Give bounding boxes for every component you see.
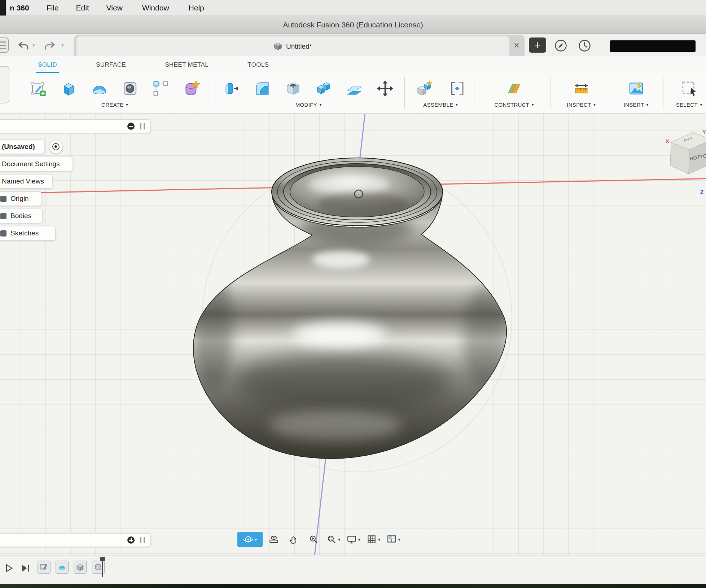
grid-settings-button[interactable]: ▾ — [365, 532, 382, 547]
fusion360-window: n 360 File Edit View Window Help Autodes… — [0, 0, 706, 588]
comments-panel-header[interactable] — [0, 533, 151, 547]
clock-icon — [578, 39, 591, 52]
menu-item-view[interactable]: View — [106, 4, 123, 12]
browser-row-sketches[interactable]: Sketches — [0, 226, 56, 240]
extrude-button[interactable] — [59, 79, 79, 98]
inspect-group: INSPECT▾ — [566, 73, 596, 114]
data-panel-edge[interactable] — [0, 66, 9, 103]
inspect-caret-icon: ▾ — [593, 103, 595, 107]
combine-button[interactable] — [314, 79, 334, 98]
timeline-position-marker[interactable] — [102, 557, 103, 577]
viewport-navigation-bar: ▾ — [237, 531, 402, 548]
active-document-radio[interactable] — [49, 140, 63, 154]
timeline-sketch-feature[interactable] — [38, 561, 51, 574]
ribbon-tab-sheet-metal[interactable]: SHEET METAL — [163, 61, 210, 73]
zoom-button[interactable] — [305, 532, 322, 547]
move-copy-button[interactable] — [376, 79, 395, 98]
menu-item-window[interactable]: Window — [142, 4, 169, 12]
select-group-label[interactable]: SELECT▾ — [672, 102, 706, 108]
timeline-revolve-feature[interactable] — [56, 561, 69, 574]
tab-close-button[interactable]: × — [510, 39, 523, 52]
document-tab[interactable]: Untitled* — [76, 36, 509, 56]
browser-row-unsaved[interactable]: (Unsaved) — [0, 140, 44, 154]
view-cube[interactable]: BACK BOTTOM X Y Z — [666, 127, 706, 199]
save-button[interactable] — [0, 37, 9, 53]
visibility-icon[interactable] — [0, 196, 6, 202]
joint-button[interactable] — [447, 79, 467, 98]
insert-group-label[interactable]: INSERT▾ — [621, 102, 651, 108]
collapse-minus-icon[interactable] — [127, 123, 135, 130]
hole-button[interactable] — [120, 79, 140, 98]
undo-button[interactable] — [16, 38, 31, 53]
document-cube-icon — [274, 42, 282, 50]
new-component-button[interactable] — [414, 79, 434, 98]
new-tab-button[interactable]: + — [529, 37, 546, 53]
modify-group-label[interactable]: MODIFY▾ — [218, 102, 399, 108]
viewports-button[interactable]: ▾ — [385, 532, 403, 547]
orbit-button[interactable]: ▾ — [237, 532, 263, 547]
orbit-dropdown[interactable]: ▾ — [255, 537, 257, 542]
document-toolbar: ▾ ▾ Untitled* × + — [0, 34, 706, 56]
origin-point[interactable] — [355, 190, 363, 198]
display-settings-dropdown[interactable]: ▾ — [358, 537, 361, 542]
viewport-3d[interactable]: BACK BOTTOM X Y Z (Unsaved) Document Set… — [0, 114, 706, 588]
ribbon-tab-surface[interactable]: SURFACE — [94, 61, 128, 73]
look-at-button[interactable] — [265, 532, 282, 547]
viewports-dropdown[interactable]: ▾ — [398, 537, 401, 542]
redo-button[interactable] — [43, 38, 57, 53]
document-tab-bar: Untitled* × — [74, 35, 525, 56]
insert-canvas-button[interactable] — [626, 79, 646, 98]
browser-panel-header[interactable] — [0, 119, 151, 133]
browser-row-bodies[interactable]: Bodies — [0, 209, 43, 223]
press-pull-button[interactable] — [222, 79, 242, 98]
revolve-button[interactable] — [90, 79, 109, 98]
menu-item-edit[interactable]: Edit — [76, 4, 89, 12]
measure-button[interactable] — [571, 79, 591, 98]
app-menu-label[interactable]: n 360 — [10, 4, 29, 12]
browser-row-origin[interactable]: Origin — [0, 191, 42, 206]
visibility-icon[interactable] — [0, 213, 6, 219]
fillet-button[interactable] — [253, 79, 272, 98]
panel-grip-icon[interactable] — [140, 123, 145, 129]
job-status-button[interactable] — [577, 38, 592, 53]
box-feature-icon — [76, 563, 84, 571]
select-button[interactable] — [679, 79, 699, 98]
construct-group-label[interactable]: CONSTRUCT▾ — [499, 102, 529, 108]
browser-row-named-views[interactable]: Named Views — [0, 174, 53, 189]
vase-model[interactable] — [180, 151, 523, 476]
extensions-button[interactable] — [553, 38, 568, 53]
app-icon[interactable] — [0, 0, 6, 16]
visibility-icon[interactable] — [0, 230, 6, 236]
create-group-label[interactable]: CREATE▾ — [26, 102, 203, 108]
timeline-box-feature[interactable] — [74, 561, 87, 574]
expand-plus-icon[interactable] — [127, 536, 135, 544]
user-account-name-redacted[interactable] — [610, 40, 696, 52]
ribbon-tab-tools[interactable]: TOOLS — [246, 61, 271, 73]
play-button[interactable] — [4, 563, 14, 573]
redo-dropdown[interactable]: ▾ — [61, 43, 64, 48]
menu-item-file[interactable]: File — [47, 4, 59, 12]
create-sketch-button[interactable] — [28, 79, 48, 98]
pan-hand-icon — [289, 534, 299, 544]
assemble-group-label[interactable]: ASSEMBLE▾ — [409, 102, 472, 108]
fit-dropdown[interactable]: ▾ — [338, 537, 341, 542]
display-settings-button[interactable]: ▾ — [345, 532, 363, 547]
shell-button[interactable] — [284, 79, 303, 98]
window-title: Autodesk Fusion 360 (Education License) — [283, 21, 423, 29]
radio-icon — [52, 143, 60, 150]
ribbon-tab-solid[interactable]: SOLID — [36, 61, 59, 73]
grid-settings-dropdown[interactable]: ▾ — [378, 537, 381, 542]
create-form-button[interactable] — [182, 79, 201, 98]
panel-grip-icon[interactable] — [140, 537, 145, 543]
menu-item-help[interactable]: Help — [189, 4, 204, 12]
play-to-end-button[interactable] — [21, 563, 30, 573]
undo-dropdown[interactable]: ▾ — [32, 43, 35, 48]
inspect-group-label[interactable]: INSPECT▾ — [566, 102, 596, 108]
offset-face-button[interactable] — [345, 79, 364, 98]
browser-row-document-settings[interactable]: Document Settings — [0, 157, 73, 171]
pan-button[interactable] — [285, 532, 302, 547]
rectangular-pattern-icon — [152, 80, 169, 97]
fit-button[interactable]: ▾ — [325, 532, 342, 547]
construction-plane-button[interactable] — [504, 79, 524, 98]
rectangular-pattern-button[interactable] — [151, 79, 171, 98]
